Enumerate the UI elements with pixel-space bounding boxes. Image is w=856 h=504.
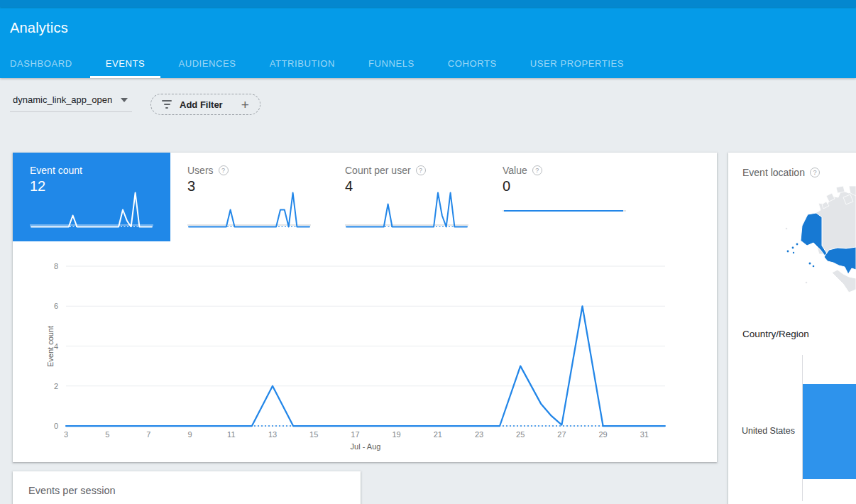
tab-events[interactable]: EVENTS	[106, 58, 146, 69]
help-icon[interactable]: ?	[532, 165, 542, 175]
map-region-island	[786, 228, 788, 230]
metric-label: Event count	[30, 165, 82, 176]
help-icon[interactable]: ?	[219, 165, 229, 175]
map-region-aleutian	[792, 247, 794, 249]
sparkline	[30, 187, 153, 231]
map-region-arctic-island	[836, 186, 845, 193]
tab-dashboard[interactable]: DASHBOARD	[10, 58, 72, 69]
metric-title: Value?	[503, 165, 643, 176]
x-axis-tick: 29	[598, 430, 607, 439]
map-region-united-states[interactable]	[824, 247, 856, 274]
tab-attribution[interactable]: ATTRIBUTION	[270, 58, 335, 69]
tab-audiences[interactable]: AUDIENCES	[178, 58, 236, 69]
plus-icon[interactable]: +	[241, 98, 249, 111]
header-top-strip	[0, 0, 856, 7]
map-region-hawaii	[809, 263, 811, 265]
metric-card-value[interactable]: Value?0	[485, 153, 643, 241]
metric-label: Value	[503, 165, 527, 176]
map-region-aleutian	[796, 243, 799, 246]
metric-title: Event count	[30, 165, 170, 176]
add-filter-button[interactable]: Add Filter +	[150, 94, 260, 115]
country-region-label: Country/Region	[742, 329, 809, 339]
x-axis-tick: 11	[227, 430, 235, 439]
events-per-session-card: Events per session	[13, 471, 361, 504]
x-axis-tick: 13	[268, 430, 277, 439]
tab-bar: DASHBOARDEVENTSAUDIENCESATTRIBUTIONFUNNE…	[10, 58, 624, 69]
sparkline	[345, 187, 468, 231]
sparkline	[503, 187, 626, 231]
metric-card-row: Event count12Users?3Count per user?4Valu…	[13, 153, 717, 241]
help-icon[interactable]: ?	[416, 165, 426, 175]
filter-bar: dynamic_link_app_open Add Filter +	[0, 78, 856, 153]
metric-title: Users?	[187, 165, 328, 176]
events-overview-card: 0246835791113151719212325272931Jul - Aug…	[13, 153, 717, 462]
help-icon[interactable]: ?	[810, 168, 820, 177]
metric-title: Count per user?	[345, 165, 485, 176]
page-title: Analytics	[10, 20, 68, 36]
card-title: Event location ?	[742, 167, 820, 178]
x-axis-tick: 17	[351, 430, 359, 439]
x-axis-tick: 9	[188, 430, 192, 439]
analytics-page: Analytics DASHBOARDEVENTSAUDIENCESATTRIB…	[0, 0, 856, 504]
map-region-aleutian	[793, 252, 794, 253]
dropdown-caret-icon	[121, 98, 128, 102]
add-filter-label: Add Filter	[180, 99, 223, 110]
x-axis-tick: 23	[475, 430, 483, 439]
x-axis-tick: 5	[105, 430, 109, 439]
filter-icon	[162, 100, 172, 109]
metric-card-event-count[interactable]: Event count12	[13, 153, 170, 241]
card-title: Events per session	[13, 471, 361, 496]
map-region-mexico	[832, 270, 856, 292]
tab-user-properties[interactable]: USER PROPERTIES	[530, 58, 624, 69]
event-select-dropdown[interactable]: dynamic_link_app_open	[10, 94, 132, 112]
x-axis-title: Jul - Aug	[351, 442, 381, 451]
x-axis-tick: 7	[146, 430, 150, 439]
map-region-aleutian	[787, 251, 789, 253]
x-axis-tick: 19	[392, 430, 400, 439]
event-count-series-line	[66, 306, 665, 426]
x-axis-tick: 31	[640, 430, 649, 439]
app-header: Analytics DASHBOARDEVENTSAUDIENCESATTRIB…	[0, 0, 856, 78]
map-region-island	[806, 282, 808, 284]
world-map	[737, 186, 856, 317]
country-bar[interactable]	[803, 384, 856, 479]
tab-cohorts[interactable]: COHORTS	[448, 58, 497, 69]
metric-label: Count per user	[345, 165, 411, 176]
event-location-card: Event location ? Coun	[728, 153, 856, 504]
metric-card-count-per-user[interactable]: Count per user?4	[328, 153, 485, 241]
x-axis-tick: 15	[309, 430, 318, 439]
event-select-value: dynamic_link_app_open	[13, 94, 112, 105]
metric-label: Users	[187, 165, 214, 176]
tab-funnels[interactable]: FUNNELS	[368, 58, 415, 69]
x-axis-tick: 3	[64, 430, 68, 439]
country-label: United States	[728, 426, 799, 436]
metric-card-users[interactable]: Users?3	[170, 153, 328, 241]
sparkline	[187, 187, 311, 231]
x-axis-tick: 25	[516, 430, 525, 439]
x-axis-tick: 21	[434, 430, 442, 439]
x-axis-tick: 27	[557, 430, 566, 439]
y-axis-title: Event count	[30, 266, 71, 426]
map-region-hawaii	[813, 265, 815, 268]
